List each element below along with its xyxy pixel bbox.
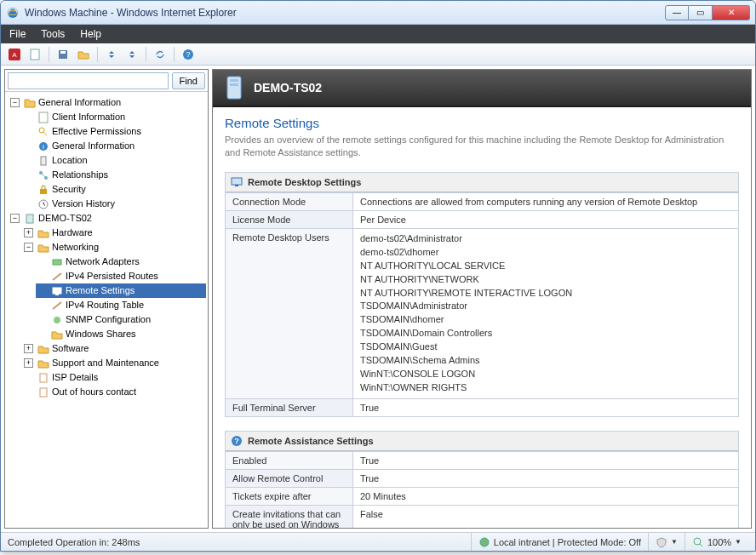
tree-general-information[interactable]: − General Information (9, 95, 206, 110)
tree-label: General Information (38, 95, 121, 110)
tree-location[interactable]: Location (22, 153, 206, 168)
tree-windows-shares[interactable]: Windows Shares (36, 327, 206, 341)
separator (174, 47, 175, 62)
folder-icon (37, 343, 49, 355)
svg-point-32 (480, 538, 489, 546)
tree-isp[interactable]: ISP Details (22, 370, 206, 385)
status-security[interactable]: ▼ (648, 533, 684, 551)
user-entry: TSDOMAIN\Administrator (360, 300, 731, 313)
remote-icon (51, 285, 63, 297)
folder-icon (37, 227, 49, 239)
user-entry: TSDOMAIN\Domain Controllers (360, 327, 731, 340)
tree-hardware[interactable]: +Hardware (22, 226, 206, 240)
minimize-button[interactable]: — (665, 5, 689, 20)
key-icon (37, 126, 49, 138)
toolbar-pdf-icon[interactable]: A (6, 46, 23, 63)
tree-version-history[interactable]: Version History (22, 197, 206, 211)
table-row: Allow Remote ControlTrue (226, 470, 739, 488)
toolbar-folder-icon[interactable] (75, 46, 92, 63)
table-title-label: Remote Assistance Settings (248, 436, 374, 446)
menu-help[interactable]: Help (80, 28, 101, 40)
svg-rect-28 (232, 178, 242, 185)
toolbar: A ? (1, 43, 755, 66)
tree-label: Networking (52, 240, 99, 255)
table-row: Full Terminal ServerTrue (226, 399, 739, 417)
tree-snmp[interactable]: SNMP Configuration (36, 312, 206, 327)
table-row: Create invitations that can only be used… (226, 506, 739, 528)
tree-label: Windows Shares (66, 327, 136, 341)
tree-label: General Information (52, 139, 135, 153)
tree-effective-permissions[interactable]: Effective Permissions (22, 124, 206, 139)
tree-relationships[interactable]: Relationships (22, 168, 206, 182)
ras-table: EnabledTrue Allow Remote ControlTrue Tic… (225, 451, 739, 528)
tree-label: IPv4 Routing Table (66, 298, 144, 312)
cell-key: License Mode (226, 210, 353, 228)
rds-table-title: Remote Desktop Settings (225, 172, 739, 192)
tree-ipv4-routing[interactable]: IPv4 Routing Table (36, 298, 206, 312)
status-zoom[interactable]: 100% ▼ (684, 533, 748, 551)
expand-icon[interactable]: + (24, 344, 33, 353)
status-message: Completed Operation in: 248ms (8, 537, 140, 547)
expand-icon[interactable]: + (24, 228, 33, 237)
tree-security[interactable]: Security (22, 182, 206, 197)
browser-window: Windows Machine - Windows Internet Explo… (0, 0, 756, 552)
tree-host[interactable]: − DEMO-TS02 (9, 211, 206, 226)
toolbar-doc-icon[interactable] (26, 46, 43, 63)
collapse-icon[interactable]: − (24, 243, 33, 252)
folder-open-icon (24, 97, 36, 109)
user-entry: NT AUTHORITY\NETWORK (360, 273, 731, 287)
titlebar[interactable]: Windows Machine - Windows Internet Explo… (1, 1, 755, 25)
menu-file[interactable]: File (9, 28, 26, 40)
tree-support[interactable]: +Support and Maintenance (22, 356, 206, 370)
server-icon (223, 75, 245, 100)
nav-tree[interactable]: − General Information Client Information… (5, 92, 208, 528)
status-zone[interactable]: Local intranet | Protected Mode: Off (471, 533, 648, 551)
tree-general-info-child[interactable]: iGeneral Information (22, 139, 206, 153)
cell-key: Full Terminal Server (226, 399, 353, 417)
tree-label: Effective Permissions (52, 124, 141, 139)
tree-label: Out of hours contact (52, 385, 136, 399)
toolbar-collapse-icon[interactable] (103, 46, 120, 63)
toolbar-expand-icon[interactable] (123, 46, 140, 63)
cell-val: False (353, 506, 739, 528)
expand-icon[interactable]: + (24, 358, 33, 368)
lock-icon (37, 184, 49, 196)
dropdown-icon: ▼ (671, 538, 678, 546)
status-zoom-label: 100% (707, 537, 731, 547)
user-entry: NT AUTHORITY\REMOTE INTERACTIVE LOGON (360, 287, 731, 300)
tree-software[interactable]: +Software (22, 341, 206, 356)
tree-network-adapters[interactable]: Network Adapters (36, 255, 206, 269)
svg-point-22 (54, 317, 60, 323)
tree-client-information[interactable]: Client Information (22, 110, 206, 124)
find-button[interactable]: Find (172, 72, 205, 89)
svg-rect-27 (230, 83, 238, 86)
table-row: Connection ModeConnections are allowed f… (226, 192, 739, 210)
svg-rect-23 (40, 374, 47, 382)
section-description: Provides an overview of the remote setti… (225, 134, 739, 160)
tree-remote-settings[interactable]: Remote Settings (36, 283, 206, 298)
table-row: Remote Desktop Usersdemo-ts02\Administra… (226, 228, 739, 398)
tree-label: Remote Settings (66, 283, 135, 298)
shield-icon (656, 536, 667, 548)
tree-ooh[interactable]: Out of hours contact (22, 385, 206, 399)
find-input[interactable] (8, 72, 169, 89)
tree-ipv4-persisted[interactable]: IPv4 Persisted Routes (36, 269, 206, 283)
collapse-icon[interactable]: − (10, 98, 20, 107)
toolbar-help-icon[interactable]: ? (180, 46, 197, 63)
window-title: Windows Machine - Windows Internet Explo… (25, 7, 665, 19)
toolbar-save-icon[interactable] (54, 46, 72, 63)
close-button[interactable]: ✕ (713, 5, 750, 20)
cell-val: Per Device (353, 210, 739, 228)
user-entry: demo-ts02\dhomer (360, 246, 731, 260)
detail-pane: DEMO-TS02 Remote Settings Provides an ov… (212, 69, 752, 529)
tree-networking[interactable]: −Networking (22, 240, 206, 255)
menu-tools[interactable]: Tools (41, 28, 65, 40)
svg-rect-18 (26, 215, 33, 223)
maximize-button[interactable]: ▭ (689, 5, 713, 20)
toolbar-refresh-icon[interactable] (152, 46, 169, 63)
svg-rect-4 (31, 49, 39, 60)
cell-val: 20 Minutes (353, 488, 739, 506)
svg-rect-9 (39, 112, 48, 123)
collapse-icon[interactable]: − (10, 214, 20, 223)
user-entry: NT AUTHORITY\LOCAL SERVICE (360, 260, 731, 273)
